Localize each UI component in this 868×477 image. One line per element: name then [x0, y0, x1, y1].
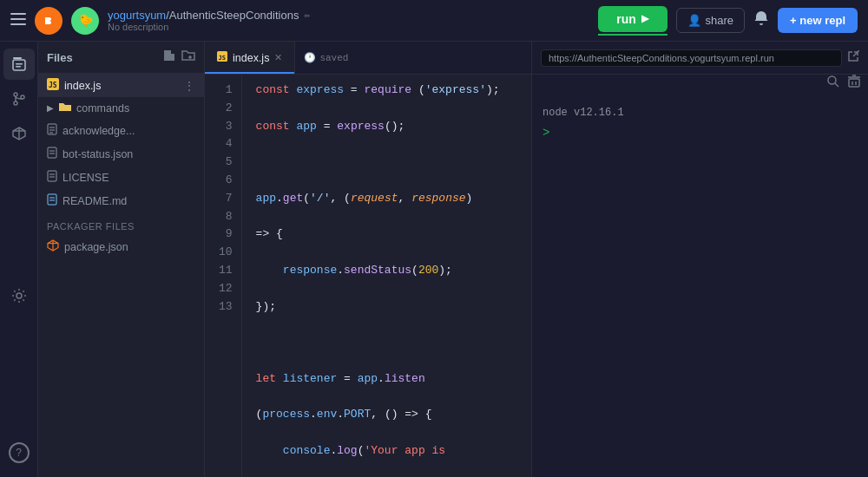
help-icon[interactable]: ?	[9, 442, 30, 463]
file-name-bot-status: bot-status.json	[62, 148, 133, 160]
files-label: Files	[47, 51, 73, 64]
svg-point-14	[16, 293, 22, 298]
repl-name-row: yogurtsyum/AuthenticSteepConditions ✏	[108, 9, 311, 22]
saved-label: saved	[319, 53, 348, 63]
repl-description: No description	[108, 22, 311, 32]
svg-rect-41	[849, 79, 859, 87]
repl-logo	[35, 7, 62, 35]
md-file-icon	[47, 193, 57, 208]
svg-line-40	[835, 83, 838, 87]
file-item-license[interactable]: LICENSE	[38, 166, 204, 189]
file-name-readme: README.md	[62, 195, 127, 207]
svg-rect-5	[13, 60, 25, 70]
js-file-icon: JS	[47, 78, 59, 93]
person-icon: 👤	[687, 14, 701, 27]
svg-rect-6	[16, 63, 23, 65]
run-underline	[598, 34, 667, 36]
share-button[interactable]: 👤 share	[676, 8, 746, 33]
topbar-left: 🐤 yogurtsyum/AuthenticSteepConditions ✏ …	[10, 7, 589, 35]
file-item-acknowledge[interactable]: acknowledge...	[38, 119, 204, 142]
file-name-license: LICENSE	[62, 172, 109, 184]
svg-rect-25	[48, 147, 56, 158]
console-url-bar	[532, 42, 868, 75]
svg-rect-7	[16, 66, 21, 68]
file-item-bot-status[interactable]: bot-status.json	[38, 142, 204, 166]
clock-icon: 🕐	[304, 52, 316, 63]
sidebar-item-packages[interactable]	[3, 118, 35, 149]
topbar: 🐤 yogurtsyum/AuthenticSteepConditions ✏ …	[0, 0, 868, 42]
svg-line-38	[853, 50, 859, 56]
sidebar-item-files[interactable]	[3, 49, 35, 80]
new-file-icon[interactable]	[162, 49, 176, 66]
folder-name-commands: commands	[76, 102, 129, 114]
file-item-readme[interactable]: README.md	[38, 189, 204, 212]
editor-area: JS index.js ✕ 🕐 saved 12345 678910 11121…	[205, 42, 531, 477]
file-more-icon[interactable]: ⋮	[183, 79, 195, 93]
tab-saved-indicator: 🕐 saved	[295, 52, 357, 63]
open-external-icon[interactable]	[847, 50, 859, 66]
svg-rect-28	[48, 171, 56, 181]
code-view[interactable]: 12345 678910 111213 const express = requ…	[205, 75, 531, 477]
svg-rect-4	[13, 57, 22, 59]
clear-console-icon[interactable]	[847, 75, 861, 93]
editor-tab-indexjs[interactable]: JS index.js ✕	[205, 42, 295, 74]
folder-arrow-icon: ▶	[47, 103, 54, 113]
line-numbers: 12345 678910 111213	[205, 75, 242, 477]
pencil-icon[interactable]: ✏	[304, 9, 310, 22]
search-console-icon[interactable]	[826, 75, 840, 93]
console-actions-top	[532, 75, 868, 96]
svg-point-8	[14, 93, 17, 96]
icon-sidebar: ?	[0, 42, 38, 477]
folder-icon	[59, 101, 71, 114]
svg-rect-2	[10, 23, 26, 25]
file-name-packagejson: package.json	[64, 241, 128, 253]
icon-sidebar-bottom: ?	[9, 442, 30, 470]
file-sidebar: Files	[38, 42, 205, 477]
console-output: node v12.16.1 >	[532, 96, 868, 477]
code-content[interactable]: const express = require ('express'); con…	[242, 75, 531, 477]
new-folder-icon[interactable]	[181, 49, 195, 66]
package-cube-icon	[47, 239, 59, 254]
license-file-icon	[47, 170, 57, 185]
hamburger-icon[interactable]	[10, 12, 26, 29]
share-label: share	[706, 14, 734, 27]
svg-text:JS: JS	[49, 82, 57, 89]
node-version-text: node v12.16.1	[542, 105, 858, 121]
json-file-icon	[47, 147, 57, 161]
username-text: yogurtsyum	[108, 9, 166, 22]
new-repl-button[interactable]: + new repl	[778, 8, 858, 33]
console-panel: node v12.16.1 >	[531, 42, 868, 477]
file-name-acknowledge: acknowledge...	[62, 125, 135, 137]
topbar-center: run	[598, 6, 667, 36]
svg-point-39	[828, 76, 836, 84]
tab-label-indexjs: index.js	[233, 52, 269, 64]
repl-name-text: AuthenticSteepConditions	[169, 9, 299, 22]
file-sidebar-header: Files	[38, 42, 204, 74]
svg-point-9	[14, 101, 17, 105]
file-item-indexjs[interactable]: JS index.js ⋮	[38, 74, 204, 97]
svg-rect-31	[48, 194, 56, 205]
packager-label: Packager files	[38, 212, 204, 235]
user-avatar[interactable]: 🐤	[71, 7, 99, 35]
tab-icon-js: JS	[217, 51, 227, 64]
folder-item-commands[interactable]: ▶ commands	[38, 97, 204, 119]
file-name-indexjs: index.js	[64, 80, 101, 92]
sidebar-item-git[interactable]	[3, 83, 35, 114]
svg-rect-1	[10, 18, 26, 20]
repl-name-link[interactable]: yogurtsyum/AuthenticSteepConditions	[108, 9, 299, 22]
console-url-input[interactable]	[541, 49, 842, 67]
package-item-packagejson[interactable]: package.json	[38, 235, 204, 258]
repl-title: yogurtsyum/AuthenticSteepConditions ✏ No…	[108, 9, 311, 32]
console-url-actions	[847, 50, 859, 66]
editor-tabs: JS index.js ✕ 🕐 saved	[205, 42, 531, 75]
console-prompt: >	[542, 124, 858, 142]
file-header-icons	[162, 49, 195, 66]
run-button[interactable]: run	[598, 6, 667, 32]
sidebar-item-settings[interactable]	[3, 280, 35, 311]
svg-rect-0	[10, 13, 26, 15]
topbar-right: 👤 share + new repl	[676, 8, 858, 33]
main-area: ? Files	[0, 42, 868, 477]
notification-icon[interactable]	[753, 10, 769, 30]
svg-text:JS: JS	[219, 55, 226, 62]
tab-close-icon[interactable]: ✕	[274, 52, 282, 63]
